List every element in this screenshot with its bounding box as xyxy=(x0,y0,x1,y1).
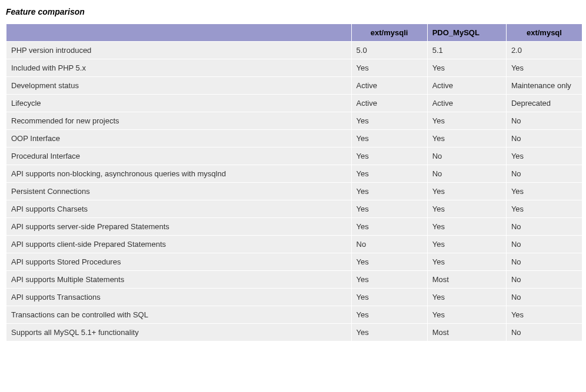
value-cell: Active xyxy=(351,77,427,95)
value-cell: Yes xyxy=(427,306,506,324)
value-cell: 2.0 xyxy=(506,42,582,59)
table-row: OOP InterfaceYesYesNo xyxy=(6,130,582,148)
value-cell: Yes xyxy=(506,148,582,165)
value-cell: Yes xyxy=(427,218,506,236)
value-cell: Yes xyxy=(351,306,427,324)
value-cell: Active xyxy=(427,95,506,112)
feature-name-cell: API supports non-blocking, asynchronous … xyxy=(6,165,352,183)
value-cell: Yes xyxy=(351,289,427,306)
value-cell: Yes xyxy=(351,324,427,341)
value-cell: Yes xyxy=(351,165,427,183)
table-header-row: ext/mysqli PDO_MySQL ext/mysql xyxy=(6,24,582,42)
feature-name-cell: Included with PHP 5.x xyxy=(6,59,352,77)
value-cell: No xyxy=(506,165,582,183)
table-row: API supports server-side Prepared Statem… xyxy=(6,218,582,236)
value-cell: Yes xyxy=(427,236,506,253)
col-header-mysql: ext/mysql xyxy=(506,24,582,42)
value-cell: Yes xyxy=(351,148,427,165)
feature-name-cell: Development status xyxy=(6,77,352,95)
value-cell: Deprecated xyxy=(506,95,582,112)
feature-name-cell: API supports client-side Prepared Statem… xyxy=(6,236,352,253)
value-cell: Active xyxy=(427,77,506,95)
value-cell: Yes xyxy=(351,218,427,236)
feature-name-cell: Supports all MySQL 5.1+ functionality xyxy=(6,324,352,341)
feature-name-cell: API supports server-side Prepared Statem… xyxy=(6,218,352,236)
value-cell: 5.0 xyxy=(351,42,427,59)
value-cell: Yes xyxy=(427,130,506,148)
feature-name-cell: Recommended for new projects xyxy=(6,112,352,130)
value-cell: Yes xyxy=(506,306,582,324)
feature-name-cell: API supports Charsets xyxy=(6,200,352,218)
value-cell: Yes xyxy=(351,112,427,130)
value-cell: Yes xyxy=(351,183,427,200)
feature-name-cell: PHP version introduced xyxy=(6,42,352,59)
feature-name-cell: API supports Stored Procedures xyxy=(6,253,352,271)
table-row: LifecycleActiveActiveDeprecated xyxy=(6,95,582,112)
feature-comparison-table: ext/mysqli PDO_MySQL ext/mysql PHP versi… xyxy=(6,24,582,341)
value-cell: Most xyxy=(427,324,506,341)
value-cell: No xyxy=(506,289,582,306)
value-cell: Maintenance only xyxy=(506,77,582,95)
value-cell: Yes xyxy=(351,271,427,289)
feature-name-cell: API supports Multiple Statements xyxy=(6,271,352,289)
value-cell: No xyxy=(506,130,582,148)
value-cell: Yes xyxy=(351,253,427,271)
value-cell: No xyxy=(506,324,582,341)
feature-name-cell: Persistent Connections xyxy=(6,183,352,200)
feature-name-cell: OOP Interface xyxy=(6,130,352,148)
feature-name-cell: API supports Transactions xyxy=(6,289,352,306)
col-header-pdo: PDO_MySQL xyxy=(427,24,506,42)
value-cell: Yes xyxy=(351,59,427,77)
value-cell: Yes xyxy=(351,130,427,148)
value-cell: Yes xyxy=(506,183,582,200)
value-cell: No xyxy=(351,236,427,253)
table-row: PHP version introduced5.05.12.0 xyxy=(6,42,582,59)
value-cell: Yes xyxy=(427,183,506,200)
table-body: PHP version introduced5.05.12.0Included … xyxy=(6,42,582,341)
value-cell: No xyxy=(506,218,582,236)
value-cell: No xyxy=(506,253,582,271)
table-row: API supports CharsetsYesYesYes xyxy=(6,200,582,218)
value-cell: Yes xyxy=(427,289,506,306)
col-header-mysqli: ext/mysqli xyxy=(351,24,427,42)
table-row: API supports non-blocking, asynchronous … xyxy=(6,165,582,183)
value-cell: No xyxy=(506,236,582,253)
value-cell: Yes xyxy=(506,200,582,218)
table-row: API supports TransactionsYesYesNo xyxy=(6,289,582,306)
value-cell: Yes xyxy=(427,200,506,218)
feature-name-cell: Lifecycle xyxy=(6,95,352,112)
table-row: Procedural InterfaceYesNoYes xyxy=(6,148,582,165)
value-cell: No xyxy=(427,148,506,165)
table-row: Transactions can be controlled with SQLY… xyxy=(6,306,582,324)
feature-name-cell: Procedural Interface xyxy=(6,148,352,165)
feature-name-cell: Transactions can be controlled with SQL xyxy=(6,306,352,324)
value-cell: Yes xyxy=(427,253,506,271)
value-cell: Yes xyxy=(506,59,582,77)
table-row: Supports all MySQL 5.1+ functionalityYes… xyxy=(6,324,582,341)
value-cell: No xyxy=(427,165,506,183)
value-cell: Yes xyxy=(351,200,427,218)
page-title: Feature comparison xyxy=(6,7,580,16)
value-cell: Yes xyxy=(427,59,506,77)
table-row: Recommended for new projectsYesYesNo xyxy=(6,112,582,130)
table-row: API supports Stored ProceduresYesYesNo xyxy=(6,253,582,271)
value-cell: No xyxy=(506,271,582,289)
col-header-blank xyxy=(6,24,352,42)
value-cell: No xyxy=(506,112,582,130)
table-row: Persistent ConnectionsYesYesYes xyxy=(6,183,582,200)
table-row: API supports client-side Prepared Statem… xyxy=(6,236,582,253)
value-cell: 5.1 xyxy=(427,42,506,59)
value-cell: Yes xyxy=(427,112,506,130)
table-row: Development statusActiveActiveMaintenanc… xyxy=(6,77,582,95)
table-row: API supports Multiple StatementsYesMostN… xyxy=(6,271,582,289)
table-row: Included with PHP 5.xYesYesYes xyxy=(6,59,582,77)
value-cell: Most xyxy=(427,271,506,289)
value-cell: Active xyxy=(351,95,427,112)
